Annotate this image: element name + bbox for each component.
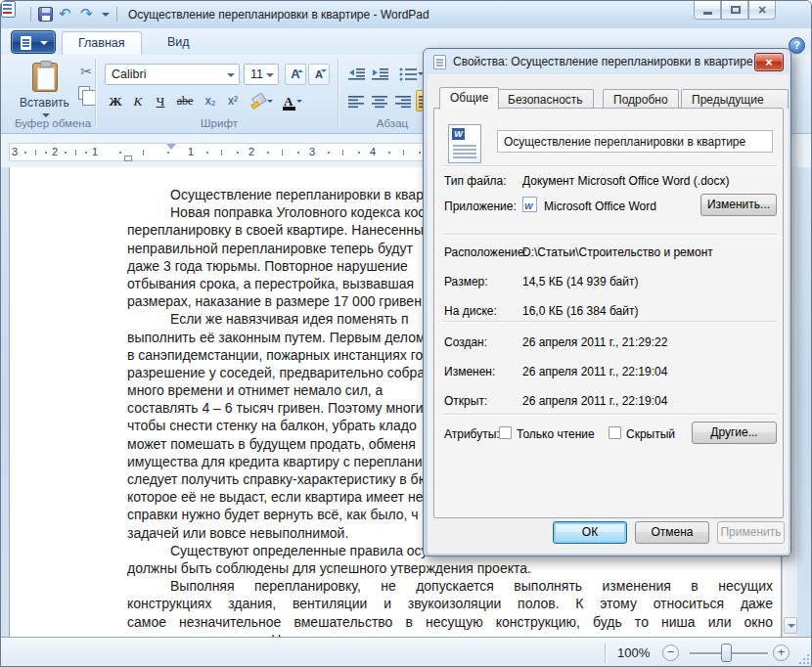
- wordpad-app-icon[interactable]: [1, 1, 16, 18]
- other-attributes-button[interactable]: Другие...: [692, 422, 777, 444]
- ok-button[interactable]: ОК: [553, 521, 627, 544]
- ruler-tick: [119, 152, 121, 154]
- underline-button[interactable]: Ч: [150, 90, 171, 111]
- ruler-tick: [65, 152, 67, 154]
- app-menu-button[interactable]: [11, 30, 56, 54]
- properties-icon: [433, 55, 446, 69]
- font-size-value: 11: [250, 67, 263, 81]
- general-tab-panel: W Тип файла: Документ Microsoft Office W…: [433, 108, 784, 518]
- highlighter-tip-icon: [250, 101, 259, 110]
- divider: [116, 7, 117, 22]
- status-bar: 100% − +: [1, 637, 812, 667]
- file-type-value: Документ Microsoft Office Word (.docx): [522, 174, 730, 188]
- doc-line: Выполняя перепланировку, не допускается …: [127, 578, 773, 596]
- filename-input[interactable]: [497, 130, 773, 153]
- superscript-button[interactable]: x²: [222, 90, 244, 111]
- dialog-title-bar: Свойства: Осуществление перепланировки в…: [424, 49, 790, 74]
- hidden-checkbox[interactable]: [609, 426, 621, 439]
- maximize-button[interactable]: [721, 1, 748, 20]
- font-color-button[interactable]: A: [279, 90, 304, 111]
- maximize-icon: [731, 6, 741, 14]
- chevron-down-icon: [267, 100, 273, 106]
- list-button[interactable]: [396, 63, 426, 84]
- ruler-number: 2: [248, 146, 254, 157]
- quick-access-dropdown-icon[interactable]: [102, 13, 110, 21]
- separator: [442, 234, 777, 235]
- apply-button[interactable]: Применить: [717, 521, 785, 544]
- cut-button[interactable]: ✂: [75, 61, 97, 82]
- cancel-button[interactable]: Отмена: [635, 521, 709, 544]
- dialog-tab[interactable]: Предыдущие версии: [681, 89, 789, 109]
- strikethrough-button[interactable]: abe: [172, 90, 198, 111]
- close-icon: ×: [749, 2, 775, 18]
- subscript-button[interactable]: x₂: [200, 90, 221, 111]
- resize-grip[interactable]: [799, 654, 809, 664]
- ruler-number: 4: [370, 146, 376, 157]
- ruler-number: 3: [12, 146, 18, 157]
- first-line-indent-marker[interactable]: [166, 144, 176, 155]
- modified-value: 26 апреля 2011 г., 22:19:04: [522, 365, 667, 378]
- zoom-slider-thumb[interactable]: [721, 644, 732, 662]
- align-center-button[interactable]: [369, 90, 390, 111]
- align-right-button[interactable]: [392, 90, 414, 111]
- copy-button[interactable]: [78, 86, 90, 100]
- paragraph-group-label: Абзац: [353, 117, 431, 129]
- italic-button[interactable]: К: [127, 90, 149, 111]
- paste-label: Вставить: [20, 96, 68, 110]
- ruler-tick: [206, 152, 208, 154]
- font-size-combo[interactable]: 11: [244, 64, 279, 85]
- shrink-font-button[interactable]: A: [308, 64, 330, 85]
- change-app-button[interactable]: Изменить...: [700, 194, 777, 216]
- readonly-checkbox[interactable]: [499, 426, 512, 439]
- ruler-tick: [328, 152, 330, 154]
- minimize-button[interactable]: [694, 1, 721, 20]
- chevron-down-icon: [227, 73, 235, 81]
- size-value: 14,5 КБ (14 939 байт): [522, 275, 638, 289]
- bold-button[interactable]: Ж: [105, 90, 126, 111]
- properties-dialog: Свойства: Осуществление перепланировки в…: [423, 48, 791, 556]
- ruler-tick: [45, 152, 47, 154]
- dialog-tab[interactable]: Безопасность: [497, 89, 594, 109]
- minimize-icon: [703, 12, 712, 15]
- size-on-disk-value: 16,0 КБ (16 384 байт): [522, 304, 638, 318]
- size-label: Размер:: [444, 275, 488, 289]
- scroll-down-button[interactable]: [784, 617, 797, 634]
- app-menu-icon: [21, 36, 31, 50]
- created-value: 26 апреля 2011 г., 21:29:22: [522, 335, 667, 349]
- font-family-combo[interactable]: Calibri: [105, 64, 240, 85]
- application-label: Приложение:: [444, 200, 517, 213]
- ruler-tick: [388, 152, 390, 154]
- save-icon[interactable]: [38, 7, 53, 22]
- modified-label: Изменен:: [444, 365, 495, 378]
- word-document-icon: W: [448, 124, 481, 163]
- highlight-button[interactable]: [249, 90, 275, 111]
- zoom-in-button[interactable]: +: [773, 645, 789, 661]
- align-left-button[interactable]: [345, 90, 367, 111]
- ruler-tick: [85, 152, 87, 154]
- increase-indent-button[interactable]: [369, 63, 390, 84]
- group-divider: [338, 59, 338, 127]
- chevron-down-icon: [296, 100, 302, 106]
- ribbon-tab-active[interactable]: Главная: [62, 31, 142, 55]
- grow-font-button[interactable]: A: [285, 64, 306, 85]
- dialog-close-button[interactable]: ×: [754, 53, 784, 71]
- created-label: Создан:: [444, 335, 487, 349]
- window-title: Осуществление перепланировки в квартире …: [128, 8, 429, 22]
- dialog-client-area: ОбщиеБезопасностьПодробноПредыдущие верс…: [428, 74, 789, 554]
- divider: [30, 7, 31, 22]
- close-button[interactable]: ×: [748, 1, 776, 20]
- dialog-tab[interactable]: Общие: [439, 87, 499, 110]
- paste-button[interactable]: Вставить: [19, 60, 69, 124]
- left-indent-square[interactable]: [124, 156, 132, 161]
- dialog-tab[interactable]: Подробно: [603, 89, 679, 109]
- ruler-tick: [419, 152, 421, 154]
- ribbon-tab-inactive[interactable]: Вид: [152, 31, 205, 55]
- undo-icon[interactable]: ↶: [59, 6, 71, 22]
- zoom-out-button[interactable]: −: [662, 645, 679, 661]
- decrease-indent-button[interactable]: [345, 63, 367, 84]
- divider: [605, 644, 606, 663]
- redo-icon[interactable]: ↷: [80, 6, 93, 22]
- zoom-level: 100%: [617, 645, 650, 660]
- doc-line: конструкциях здания, вентиляции и звукои…: [127, 596, 773, 613]
- font-group-label: Шрифт: [177, 117, 261, 129]
